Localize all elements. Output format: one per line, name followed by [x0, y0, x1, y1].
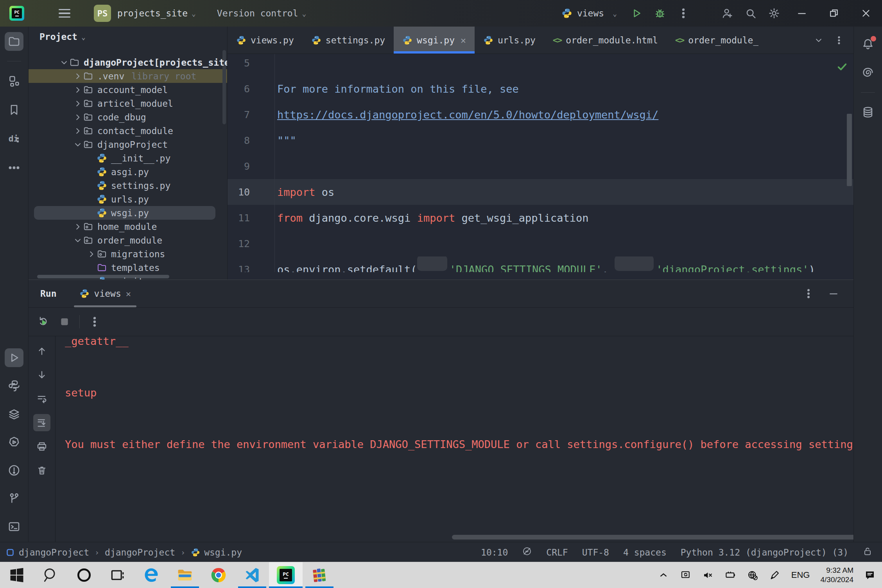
chevron-down-icon[interactable]	[59, 57, 69, 68]
tree-item-__init__-py[interactable]: __init__.py	[29, 151, 227, 165]
tool-window-button-python-packages[interactable]	[5, 376, 23, 395]
editor-tab-wsgi-py[interactable]: wsgi.py✕	[394, 27, 475, 54]
tree-item-account_model[interactable]: account_model	[29, 83, 227, 97]
code-line-12[interactable]: 12	[228, 231, 853, 256]
tool-window-button-ai-assistant[interactable]	[859, 63, 877, 82]
pen-icon[interactable]	[769, 569, 781, 581]
taskbar-app-file-explorer[interactable]	[168, 562, 202, 588]
tree-item-code_dbug[interactable]: code_dbug	[29, 110, 227, 124]
restore-button[interactable]	[828, 7, 840, 19]
console-horizontal-scrollbar[interactable]	[452, 535, 853, 540]
chevron-right-icon[interactable]	[73, 85, 83, 95]
tree-item--venv[interactable]: .venvlibrary root	[29, 69, 227, 83]
run-more-button[interactable]	[88, 316, 101, 328]
code-line-7[interactable]: 7https://docs.djangoproject.com/en/5.0/h…	[228, 102, 853, 127]
action-center-icon[interactable]	[864, 569, 876, 581]
minimize-button[interactable]	[796, 7, 808, 19]
tool-window-button-notifications[interactable]	[859, 34, 877, 53]
taskbar-app-pycharm[interactable]: PC	[269, 562, 303, 588]
battery-icon[interactable]	[724, 569, 736, 581]
console-soft-wrap-button[interactable]	[33, 390, 50, 407]
search-everywhere-button[interactable]	[744, 7, 757, 20]
run-button[interactable]	[630, 7, 643, 20]
tray-sync-icon[interactable]	[680, 569, 692, 581]
rerun-button[interactable]	[37, 316, 50, 328]
status-widget[interactable]: 10:10	[481, 547, 508, 558]
status-lock-open-icon[interactable]	[862, 546, 873, 558]
tool-window-button-version-control[interactable]	[5, 489, 23, 508]
tool-window-button-services[interactable]	[5, 433, 23, 452]
status-highlighting-off-icon[interactable]	[522, 546, 532, 558]
status-widget[interactable]: Python 3.12 (djangoProject) (3)	[681, 547, 848, 558]
project-panel-header[interactable]: Project ⌄	[29, 27, 227, 47]
debug-button[interactable]	[654, 7, 666, 20]
project-selector[interactable]: projects_site	[117, 8, 188, 18]
run-panel-options-button[interactable]	[803, 288, 814, 299]
tool-window-button-structure[interactable]	[5, 72, 23, 90]
run-configuration-selector[interactable]: views ⌄	[561, 8, 617, 19]
tree-item-home_module[interactable]: home_module	[29, 220, 227, 233]
editor-tab-views-py[interactable]: views.py	[228, 27, 303, 54]
tree-item-urls-py[interactable]: urls.py	[29, 192, 227, 206]
tree-item-settings-py[interactable]: settings.py	[29, 179, 227, 192]
language-indicator[interactable]: ENG	[791, 570, 810, 580]
breadcrumb-item-djangoProject[interactable]: djangoProject	[105, 547, 175, 558]
hide-tool-window-button[interactable]	[828, 288, 839, 299]
editor-tab-urls-py[interactable]: urls.py	[475, 27, 544, 54]
console-output[interactable]: _getattr__setupYou must either define th…	[56, 336, 853, 542]
chevron-right-icon[interactable]	[73, 71, 83, 81]
chevron-right-icon[interactable]	[73, 112, 83, 122]
editor-tab-settings-py[interactable]: settings.py	[303, 27, 394, 54]
chevron-right-icon[interactable]	[73, 99, 83, 109]
tree-item-migrations[interactable]: migrations	[29, 247, 227, 261]
tree-item-articel_moduel[interactable]: articel_moduel	[29, 97, 227, 110]
code-line-10[interactable]: 10import os	[228, 179, 853, 205]
code-editor[interactable]: 56For more information on this file, see…	[228, 54, 853, 280]
vcs-widget[interactable]: Version control	[217, 8, 298, 18]
taskbar-app-start[interactable]	[0, 562, 34, 588]
taskbar-app-task-view[interactable]	[101, 562, 134, 588]
run-tab-views[interactable]: views ✕	[74, 280, 137, 307]
console-clear-button[interactable]	[33, 462, 50, 479]
tool-window-button-more-tool-windows[interactable]	[5, 158, 23, 177]
tray-expand-icon[interactable]	[658, 569, 669, 581]
tree-item-wsgi-py[interactable]: wsgi.py	[29, 206, 227, 220]
tool-window-button-project-folder[interactable]	[5, 32, 23, 51]
tool-window-button-database[interactable]	[859, 103, 877, 122]
clock[interactable]: 9:32 AM 4/30/2024	[820, 566, 853, 584]
stop-button[interactable]	[58, 316, 71, 328]
inspections-ok-icon[interactable]	[836, 61, 848, 73]
tool-window-button-bookmarks[interactable]	[5, 100, 23, 119]
breadcrumb-item-djangoProject[interactable]: djangoProject	[5, 547, 89, 558]
chevron-right-icon[interactable]	[73, 126, 83, 136]
code-line-5[interactable]: 5	[228, 54, 853, 76]
close-icon[interactable]: ✕	[126, 289, 131, 299]
editor-vertical-scrollbar[interactable]	[847, 114, 852, 186]
chevron-right-icon[interactable]	[86, 249, 97, 259]
status-widget[interactable]: UTF-8	[582, 547, 609, 558]
chevron-down-icon[interactable]	[73, 140, 83, 150]
tree-item-contact_module[interactable]: contact_module	[29, 124, 227, 138]
console-arrow-down-button[interactable]	[33, 366, 50, 384]
close-button[interactable]	[860, 7, 872, 19]
chevron-right-icon[interactable]	[73, 222, 83, 232]
editor-tab-order_module-html[interactable]: <>order_module.html	[544, 27, 667, 54]
status-widget[interactable]: CRLF	[546, 547, 568, 558]
tree-item-templates[interactable]: templates	[29, 261, 227, 274]
project-avatar[interactable]: PS	[94, 5, 111, 22]
taskbar-app-chrome[interactable]	[202, 562, 235, 588]
close-icon[interactable]: ✕	[461, 35, 466, 45]
tool-window-button-python-console-stack[interactable]	[5, 405, 23, 423]
volume-muted-icon[interactable]	[702, 569, 714, 581]
console-print-button[interactable]	[33, 438, 50, 455]
code-with-me-button[interactable]	[721, 7, 733, 20]
tree-item-djangoProject[interactable]: djangoProject [projects_site]	[29, 56, 227, 69]
more-actions-button[interactable]	[677, 7, 690, 20]
code-line-8[interactable]: 8"""	[228, 127, 853, 153]
status-widget[interactable]: 4 spaces	[623, 547, 667, 558]
taskbar-app-winrar[interactable]	[303, 562, 336, 588]
taskbar-app-vscode[interactable]	[235, 562, 269, 588]
console-arrow-up-button[interactable]	[33, 342, 50, 360]
code-line-13[interactable]: 13os.environ.setdefault('DJANGO_SETTINGS…	[228, 256, 853, 272]
taskbar-app-edge[interactable]	[134, 562, 168, 588]
